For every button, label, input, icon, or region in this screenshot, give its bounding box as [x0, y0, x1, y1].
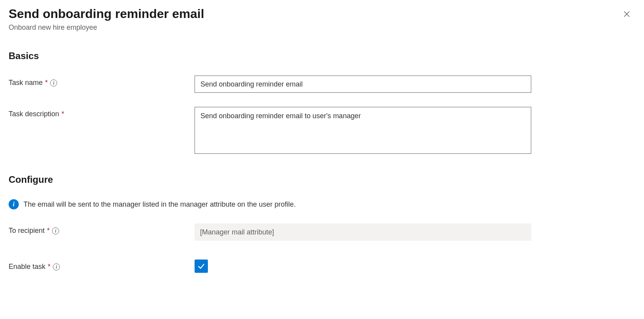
- close-icon: [623, 10, 631, 18]
- to-recipient-input: [195, 223, 531, 241]
- checkmark-icon: [197, 262, 206, 270]
- task-name-label: Task name: [9, 79, 43, 87]
- close-button[interactable]: [621, 8, 633, 22]
- required-indicator: *: [61, 110, 64, 118]
- configure-info-text: The email will be sent to the manager li…: [23, 200, 296, 209]
- required-indicator: *: [47, 227, 50, 235]
- page-title: Send onboarding reminder email: [9, 6, 204, 21]
- required-indicator: *: [48, 263, 51, 271]
- task-description-label: Task description: [9, 110, 59, 118]
- to-recipient-label: To recipient: [9, 227, 45, 235]
- section-configure-title: Configure: [9, 174, 635, 185]
- info-icon[interactable]: i: [53, 263, 60, 270]
- info-icon[interactable]: i: [50, 79, 57, 87]
- enable-task-checkbox[interactable]: [195, 260, 208, 273]
- section-basics-title: Basics: [9, 50, 635, 61]
- info-icon: i: [9, 199, 19, 209]
- required-indicator: *: [45, 79, 48, 87]
- task-description-input[interactable]: [195, 107, 531, 154]
- task-name-input[interactable]: [195, 76, 531, 93]
- enable-task-label: Enable task: [9, 263, 45, 271]
- info-icon[interactable]: i: [52, 227, 59, 234]
- page-subtitle: Onboard new hire employee: [9, 23, 204, 32]
